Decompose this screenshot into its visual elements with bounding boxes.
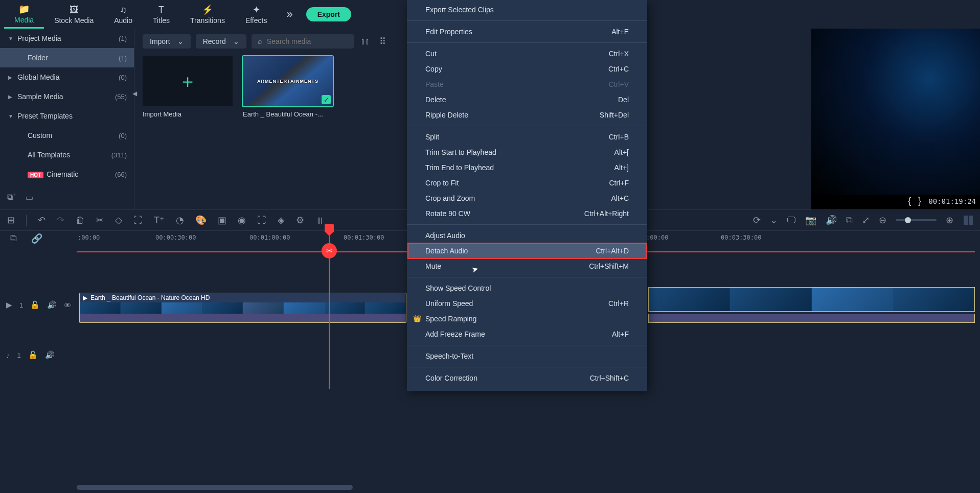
audio-meter	[963, 216, 973, 225]
undo-icon[interactable]: ↶	[38, 215, 45, 226]
delete-icon[interactable]: 🗑	[76, 215, 85, 226]
text-tool-icon[interactable]: T⁺	[154, 215, 165, 226]
tab-media[interactable]: 📁 Media	[4, 0, 44, 29]
mark-out-button[interactable]: }	[918, 196, 921, 206]
sidebar-item-sample-media[interactable]: ▶ Sample Media (55)	[0, 87, 134, 106]
split-at-playhead-button[interactable]: ✂	[322, 243, 337, 259]
video-track-icon[interactable]: ▶	[6, 300, 12, 310]
render-icon[interactable]: ⟳	[753, 215, 761, 226]
color-icon[interactable]: 🎨	[195, 215, 207, 226]
ctx-speech-to-text[interactable]: Speech-to-Text	[407, 348, 647, 364]
zoom-slider[interactable]	[896, 219, 937, 221]
ctx-cut[interactable]: CutCtrl+X	[407, 46, 647, 61]
ctx-adjust-audio[interactable]: Adjust Audio	[407, 228, 647, 243]
tab-stock-media[interactable]: 🖼 Stock Media	[44, 0, 104, 29]
media-clip-card[interactable]: ARMENTERTAINMENTS Earth _ Beautiful Ocea…	[243, 56, 333, 118]
export-button[interactable]: Export	[306, 7, 351, 21]
keyframe-icon[interactable]: ◈	[278, 215, 285, 226]
timeline-clip-audio[interactable]	[648, 314, 975, 323]
export-frame-icon[interactable]: ⧉	[846, 215, 853, 226]
ctx-export-selected-clips[interactable]: Export Selected Clips	[407, 2, 647, 17]
playhead[interactable]: ✂	[329, 231, 330, 389]
ctx-mute[interactable]: MuteCtrl+Shift+M	[407, 259, 647, 274]
ctx-show-speed-control[interactable]: Show Speed Control	[407, 280, 647, 296]
folder-icon[interactable]: ▭	[26, 193, 33, 202]
volume-icon[interactable]: 🔊	[826, 215, 837, 226]
filter-icon[interactable]: ⫾⫾	[359, 34, 372, 49]
ctx-uniform-speed[interactable]: Uniform SpeedCtrl+R	[407, 296, 647, 311]
lock-icon[interactable]: 🔓	[28, 350, 38, 360]
ctx-rotate-90-cw[interactable]: Rotate 90 CWCtrl+Alt+Right	[407, 206, 647, 221]
preview-video-frame[interactable]	[811, 29, 980, 195]
sidebar-item-custom[interactable]: Custom (0)	[0, 126, 134, 145]
record-label: Record	[203, 37, 226, 45]
chevron-down-icon[interactable]: ⌄	[770, 215, 778, 226]
ctx-edit-properties[interactable]: Edit PropertiesAlt+E	[407, 24, 647, 39]
ctx-speed-ramping[interactable]: 👑Speed Ramping	[407, 311, 647, 326]
grid-view-icon[interactable]: ⠿	[377, 34, 388, 49]
play-badge-icon: ▶	[83, 294, 87, 301]
ctx-trim-start[interactable]: Trim Start to PlayheadAlt+[	[407, 145, 647, 160]
import-media-card[interactable]: ＋ Import Media	[143, 56, 233, 118]
mark-in-button[interactable]: {	[908, 196, 911, 206]
sidebar-item-global-media[interactable]: ▶ Global Media (0)	[0, 67, 134, 87]
sidebar-item-project-media[interactable]: ▼ Project Media (1)	[0, 29, 134, 48]
fullscreen-icon[interactable]: ⤢	[862, 215, 870, 226]
audio-mixer-icon[interactable]: ⫼	[315, 215, 325, 226]
timeline-clip-audio[interactable]	[79, 314, 406, 323]
lock-icon[interactable]: 🔓	[30, 300, 40, 310]
adjust-icon[interactable]: ⚙	[296, 215, 304, 226]
collapse-sidebar-button[interactable]: ◀	[132, 90, 137, 97]
display-icon[interactable]: 🖵	[787, 215, 796, 226]
ctx-trim-end[interactable]: Trim End to PlayheadAlt+]	[407, 160, 647, 175]
volume-icon[interactable]: 🔊	[47, 300, 57, 310]
record-dropdown[interactable]: Record ⌄	[196, 34, 246, 49]
green-screen-icon[interactable]: ▣	[218, 215, 226, 226]
sidebar-item-preset-templates[interactable]: ▼ Preset Templates	[0, 106, 134, 126]
volume-icon[interactable]: 🔊	[45, 350, 55, 360]
ctx-color-correction[interactable]: Color CorrectionCtrl+Shift+C	[407, 370, 647, 386]
new-folder-icon[interactable]: ⧉⁺	[7, 193, 15, 202]
ctx-delete[interactable]: DeleteDel	[407, 92, 647, 107]
ctx-detach-audio[interactable]: Detach AudioCtrl+Alt+D	[408, 243, 646, 259]
ctx-copy[interactable]: CopyCtrl+C	[407, 61, 647, 77]
timeline-scrollbar[interactable]	[77, 485, 353, 490]
voiceover-icon[interactable]: ◉	[238, 215, 246, 226]
cut-icon[interactable]: ✂	[96, 215, 104, 226]
chevron-down-icon: ⌄	[177, 37, 184, 45]
zoom-out-icon[interactable]: ⊖	[879, 215, 886, 226]
auto-ripple-icon[interactable]: ⧉	[10, 233, 17, 244]
timeline-clip[interactable]	[648, 287, 975, 312]
sidebar-label: Preset Templates	[17, 112, 73, 120]
transition-icon: ⚡	[202, 4, 213, 15]
playhead-handle[interactable]	[325, 224, 334, 232]
zoom-in-icon[interactable]: ⊕	[946, 215, 953, 226]
more-tabs-button[interactable]: »	[281, 8, 298, 21]
ctx-split[interactable]: SplitCtrl+B	[407, 129, 647, 145]
ctx-crop-and-zoom[interactable]: Crop and ZoomAlt+C	[407, 191, 647, 206]
link-icon[interactable]: 🔗	[31, 233, 42, 244]
import-dropdown[interactable]: Import ⌄	[143, 34, 191, 49]
tab-transitions[interactable]: ⚡ Transitions	[180, 0, 235, 29]
tab-audio[interactable]: ♫ Audio	[104, 0, 143, 29]
crop-icon[interactable]: ⛶	[133, 215, 143, 226]
snapshot-icon[interactable]: 📷	[805, 215, 816, 226]
sidebar-item-cinematic[interactable]: HOTCinematic (66)	[0, 165, 134, 184]
ctx-crop-to-fit[interactable]: Crop to FitCtrl+F	[407, 175, 647, 191]
tab-effects[interactable]: ✦ Effects	[235, 0, 278, 29]
search-input[interactable]	[267, 37, 344, 45]
layout-icon[interactable]: ⊞	[7, 215, 15, 226]
tag-icon[interactable]: ◇	[115, 215, 122, 226]
redo-icon[interactable]: ↷	[57, 215, 64, 226]
audio-track-icon[interactable]: ♪	[6, 351, 10, 360]
sidebar-item-folder[interactable]: Folder (1)	[0, 48, 134, 67]
speed-icon[interactable]: ◔	[176, 215, 184, 226]
tab-titles[interactable]: T Titles	[143, 0, 180, 29]
expand-icon[interactable]: ⛶	[257, 215, 266, 226]
ctx-add-freeze-frame[interactable]: Add Freeze FrameAlt+F	[407, 326, 647, 342]
visibility-icon[interactable]: 👁	[64, 301, 72, 310]
sidebar-item-all-templates[interactable]: All Templates (311)	[0, 145, 134, 165]
search-media-input[interactable]: ⌕	[252, 34, 354, 49]
ctx-ripple-delete[interactable]: Ripple DeleteShift+Del	[407, 107, 647, 123]
sidebar-count: (55)	[115, 93, 127, 101]
